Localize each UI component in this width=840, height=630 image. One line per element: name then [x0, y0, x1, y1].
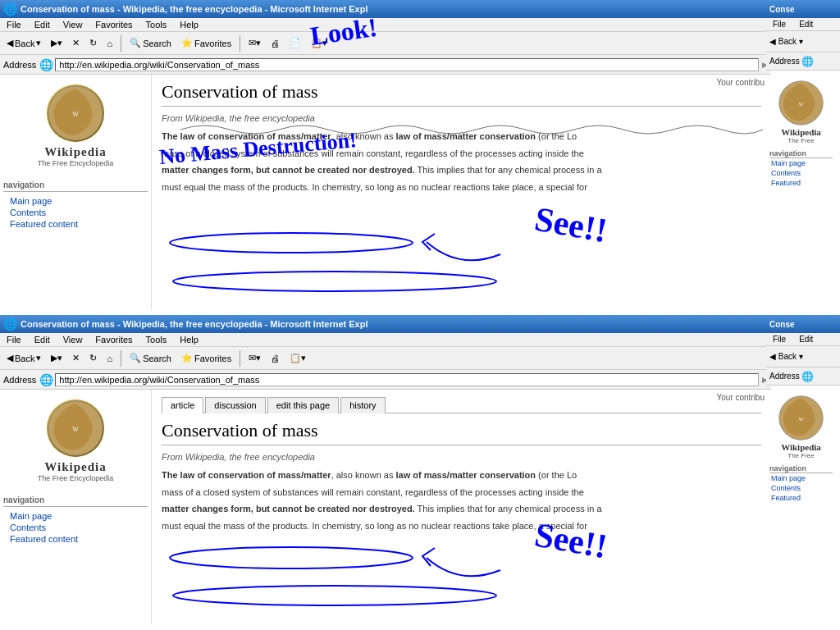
nav-main-page-bottom[interactable]: Main page [3, 510, 148, 522]
menu-tools-bottom[interactable]: Tools [143, 334, 171, 345]
tab-article[interactable]: article [162, 397, 203, 413]
stop-btn-bottom[interactable]: ✕ [69, 351, 83, 365]
logo-circle-top: W [47, 84, 104, 142]
right-sidebar-top: W Wikipedia The Free navigation Main pag… [766, 71, 836, 310]
right-addr-label-bottom: Address [769, 372, 800, 381]
right-logo-sub-top: The Free [769, 137, 833, 144]
page-title-bottom: Conservation of mass [162, 420, 761, 445]
nav-featured-top[interactable]: Featured content [3, 218, 148, 230]
right-logo-bottom: W Wikipedia The Free [769, 389, 833, 459]
menu-favorites-top[interactable]: Favorites [92, 19, 135, 30]
favorites-btn-top[interactable]: ⭐ Favorites [178, 36, 235, 50]
wiki-main-bottom: Your contribu article discussion edit th… [152, 390, 771, 624]
right-logo-top: W Wikipedia The Free [769, 74, 833, 144]
right-nav-title-top: navigation [769, 149, 833, 158]
right-menu-edit-top: Edit [796, 19, 816, 30]
home-btn-bottom[interactable]: ⌂ [103, 352, 116, 365]
toolbar-sep-3 [121, 350, 121, 367]
menu-view-bottom[interactable]: View [60, 334, 86, 345]
nav-section-bottom: navigation Main page Contents Featured c… [3, 495, 148, 545]
right-nav-main-top[interactable]: Main page [769, 158, 833, 168]
right-title-bottom: Conse [766, 315, 840, 333]
address-input-bottom[interactable] [55, 373, 759, 386]
right-back-bottom: ◀ Back ▾ [769, 352, 803, 361]
sidebar-top: W Wikipedia The Free Encyclopedia naviga… [0, 75, 152, 309]
address-input-top[interactable] [55, 58, 759, 71]
menu-file-top[interactable]: File [3, 19, 25, 30]
right-content-bottom: W Wikipedia The Free navigation Main pag… [766, 386, 840, 625]
back-btn-top[interactable]: ◀Back▾ [3, 36, 44, 50]
menu-help-top[interactable]: Help [176, 19, 202, 30]
forward-btn-bottom[interactable]: ▶▾ [48, 351, 66, 365]
right-toolbar-bottom: ◀ Back ▾ [766, 346, 840, 368]
tab-discussion[interactable]: discussion [205, 397, 265, 413]
wiki-content-top: W Wikipedia The Free Encyclopedia naviga… [0, 75, 771, 309]
title-text-bottom: Conservation of mass - Wikipedia, the fr… [21, 319, 368, 329]
favorites-btn-bottom[interactable]: ⭐ Favorites [178, 351, 235, 365]
right-addr-top: Address 🌐 [766, 52, 840, 71]
right-menu-file-top: File [769, 19, 789, 30]
mail-btn-top[interactable]: ✉▾ [245, 36, 264, 50]
logo-text-top: Wikipedia [3, 145, 148, 159]
menu-edit-bottom[interactable]: Edit [31, 334, 53, 345]
search-btn-top[interactable]: 🔍 Search [126, 36, 175, 50]
back-btn-bottom[interactable]: ◀ Back ▾ [3, 351, 44, 365]
right-addr-icon-bottom: 🌐 [801, 371, 814, 382]
print-btn-top[interactable]: 🖨 [267, 37, 283, 50]
logo-text-bottom: Wikipedia [3, 460, 148, 474]
right-nav-featured-bottom[interactable]: Featured [769, 493, 833, 503]
address-label-bottom: Address [3, 375, 36, 385]
right-addr-bottom: Address 🌐 [766, 368, 840, 386]
menu-view-top[interactable]: View [60, 19, 86, 30]
svg-text:W: W [798, 101, 804, 107]
media-btn-top[interactable]: 📄 [286, 36, 304, 50]
menu-bar-bottom[interactable]: File Edit View Favorites Tools Help [0, 333, 771, 347]
refresh-btn-bottom[interactable]: ↻ [86, 351, 100, 365]
text-line1-top: , also known as law of mass/matter conse… [331, 131, 578, 141]
page-subtitle-bottom: From Wikipedia, the free encyclopedia [162, 452, 761, 462]
page-subtitle-top: From Wikipedia, the free encyclopedia [162, 113, 761, 123]
bold-term1-bottom: The law of conservation of mass/matter [162, 470, 331, 480]
your-contrib-top: Your contribu [716, 78, 765, 87]
forward-btn-top[interactable]: ▶▾ [48, 36, 66, 50]
sidebar-bottom: W Wikipedia The Free Encyclopedia naviga… [0, 390, 152, 624]
right-nav-main-bottom[interactable]: Main page [769, 473, 833, 483]
right-nav-contents-bottom[interactable]: Contents [769, 483, 833, 493]
wiki-content-bottom: W Wikipedia The Free Encyclopedia naviga… [0, 390, 771, 624]
print-btn-bottom[interactable]: 🖨 [267, 352, 283, 365]
stop-btn-top[interactable]: ✕ [69, 36, 83, 50]
svg-text:W: W [798, 416, 804, 422]
wiki-text-top: The law of conservation of mass/matter, … [162, 130, 761, 194]
search-btn-bottom[interactable]: 🔍 Search [126, 351, 175, 365]
refresh-btn-top[interactable]: ↻ [86, 36, 100, 50]
wiki-logo-top: W Wikipedia The Free Encyclopedia [3, 78, 148, 174]
menu-tools-top[interactable]: Tools [143, 19, 171, 30]
nav-contents-bottom[interactable]: Contents [3, 522, 148, 533]
mail-btn-bottom[interactable]: ✉▾ [245, 351, 264, 365]
right-menu-edit-bottom: Edit [796, 334, 816, 345]
right-menu-bottom: File Edit [766, 333, 840, 346]
nav-main-page-top[interactable]: Main page [3, 195, 148, 207]
menu-favorites-bottom[interactable]: Favorites [92, 334, 135, 345]
tab-edit[interactable]: edit this page [267, 397, 339, 413]
menu-bar-top[interactable]: File Edit View Favorites Tools Help [0, 18, 771, 32]
right-nav-contents-top[interactable]: Contents [769, 168, 833, 178]
home-btn-top[interactable]: ⌂ [103, 37, 116, 50]
address-bar-bottom: Address 🌐 ▶ [0, 370, 771, 390]
nav-featured-bottom[interactable]: Featured content [3, 533, 148, 545]
menu-edit-top[interactable]: Edit [31, 19, 53, 30]
tab-history[interactable]: history [340, 397, 385, 413]
title-bar-bottom: 🌐 Conservation of mass - Wikipedia, the … [0, 315, 771, 333]
nav-title-bottom: navigation [3, 495, 148, 507]
toolbar-sep-2 [240, 35, 240, 52]
menu-file-bottom[interactable]: File [3, 334, 25, 345]
right-logo-sub-bottom: The Free [769, 452, 833, 459]
extra-btn-top[interactable]: 📋▾ [308, 36, 331, 50]
extra-btn-bottom[interactable]: 📋▾ [286, 351, 309, 365]
logo-circle-bottom: W [47, 399, 104, 457]
page-title-top: Conservation of mass [162, 81, 761, 107]
toolbar-sep-4 [240, 350, 240, 367]
nav-contents-top[interactable]: Contents [3, 207, 148, 218]
menu-help-bottom[interactable]: Help [176, 334, 202, 345]
right-nav-featured-top[interactable]: Featured [769, 178, 833, 188]
